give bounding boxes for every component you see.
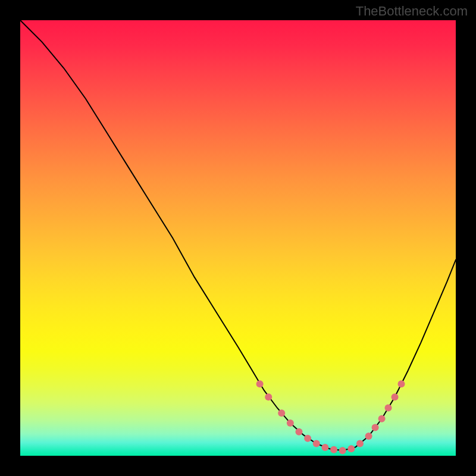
highlight-dot: [295, 428, 302, 436]
watermark-text: TheBottleneck.com: [356, 4, 468, 19]
highlight-dot: [392, 393, 399, 400]
highlight-dot: [398, 380, 405, 387]
highlight-dot: [265, 393, 272, 400]
highlight-dot: [321, 444, 328, 451]
highlight-dot: [256, 380, 264, 387]
highlight-dot: [287, 419, 294, 427]
highlight-dot: [372, 424, 379, 431]
plot-area: [20, 20, 456, 456]
highlight-dot: [378, 415, 386, 422]
highlight-dot: [313, 440, 320, 447]
highlight-dot: [278, 409, 285, 416]
bottleneck-curve: [20, 20, 456, 450]
highlight-dot: [385, 404, 392, 411]
highlight-dot: [304, 435, 311, 442]
curve-layer: [20, 20, 456, 456]
highlight-dot: [356, 440, 364, 447]
highlight-dot: [365, 433, 372, 440]
highlight-dot: [330, 446, 337, 453]
highlight-dot: [347, 445, 355, 452]
highlight-dot: [339, 447, 346, 454]
